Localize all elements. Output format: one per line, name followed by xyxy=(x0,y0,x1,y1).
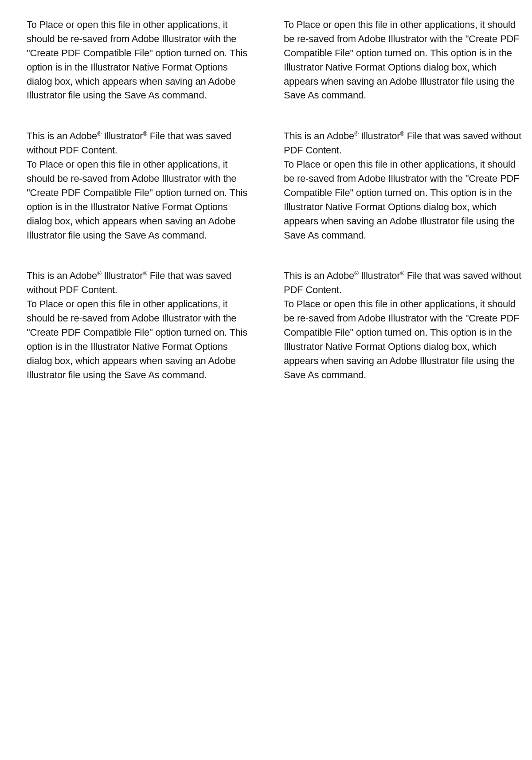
page-container: To Place or open this file in other appl… xyxy=(0,0,532,760)
column-left: To Place or open this file in other appl… xyxy=(0,9,266,418)
text-block-3-right: This is an Adobe® Illustrator® File that… xyxy=(284,269,523,382)
text-block-1-right-para-1: To Place or open this file in other appl… xyxy=(284,18,523,102)
text-block-2-left-para-1: This is an Adobe® Illustrator® File that… xyxy=(27,129,248,157)
text-block-3-right-para-1: This is an Adobe® Illustrator® File that… xyxy=(284,269,523,297)
text-block-1-right: To Place or open this file in other appl… xyxy=(284,18,523,102)
text-block-3-left-para-1: This is an Adobe® Illustrator® File that… xyxy=(27,269,248,297)
text-block-3-left-para-2: To Place or open this file in other appl… xyxy=(27,297,248,382)
columns-wrapper: To Place or open this file in other appl… xyxy=(0,0,532,427)
text-block-2-left: This is an Adobe® Illustrator® File that… xyxy=(27,129,248,242)
column-right: To Place or open this file in other appl… xyxy=(266,9,532,418)
text-block-2-left-para-2: To Place or open this file in other appl… xyxy=(27,157,248,242)
text-block-2-right-para-1: This is an Adobe® Illustrator® File that… xyxy=(284,129,523,157)
text-block-3-right-para-2: To Place or open this file in other appl… xyxy=(284,297,523,382)
text-block-2-right-para-2: To Place or open this file in other appl… xyxy=(284,157,523,242)
text-block-2-right: This is an Adobe® Illustrator® File that… xyxy=(284,129,523,242)
text-block-1-left: To Place or open this file in other appl… xyxy=(27,18,248,102)
text-block-1-left-para-1: To Place or open this file in other appl… xyxy=(27,18,248,102)
text-block-3-left: This is an Adobe® Illustrator® File that… xyxy=(27,269,248,382)
